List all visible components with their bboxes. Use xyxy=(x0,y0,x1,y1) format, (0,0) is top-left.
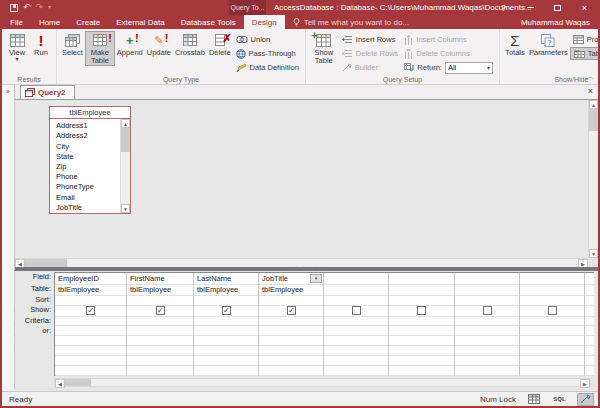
field-item[interactable]: Address1 xyxy=(56,121,120,131)
show-checkbox[interactable] xyxy=(86,306,95,315)
empty-cell[interactable] xyxy=(194,366,258,376)
field-cell-selected[interactable]: JobTitle ▾ xyxy=(259,273,323,285)
empty-cell[interactable] xyxy=(55,346,126,356)
scroll-up-icon[interactable]: ▲ xyxy=(121,119,130,128)
show-cell[interactable] xyxy=(55,306,126,317)
empty-cell[interactable] xyxy=(585,306,594,317)
field-cell[interactable] xyxy=(324,273,388,285)
field-cell[interactable] xyxy=(455,273,519,285)
empty-cell[interactable] xyxy=(520,336,584,346)
or-cell[interactable] xyxy=(520,326,584,336)
empty-cell[interactable] xyxy=(194,346,258,356)
empty-cell[interactable] xyxy=(324,356,388,366)
field-item[interactable]: Email xyxy=(56,193,120,203)
criteria-cell[interactable] xyxy=(389,317,454,327)
customize-qat-icon[interactable]: ▾ xyxy=(48,3,51,12)
table-cell[interactable] xyxy=(389,285,454,296)
sort-cell[interactable] xyxy=(520,296,584,306)
field-list-scrollbar[interactable]: ▲ ▼ xyxy=(120,119,130,213)
empty-cell[interactable] xyxy=(585,356,594,366)
show-cell[interactable] xyxy=(259,306,323,317)
field-item[interactable]: Address2 xyxy=(56,131,120,141)
criteria-cell[interactable] xyxy=(194,317,258,327)
empty-cell[interactable] xyxy=(585,346,594,356)
empty-cell[interactable] xyxy=(520,366,584,376)
empty-cell[interactable] xyxy=(585,336,594,346)
show-checkbox[interactable] xyxy=(352,306,361,315)
user-name[interactable]: Muhammad Waqas xyxy=(521,15,598,29)
parameters-button[interactable]: ? Parameters xyxy=(527,31,570,58)
insert-columns-button[interactable]: Insert Columns xyxy=(401,33,496,46)
or-cell[interactable] xyxy=(259,326,323,336)
empty-cell[interactable] xyxy=(389,346,454,356)
field-item[interactable]: Phone xyxy=(56,172,120,182)
empty-cell[interactable] xyxy=(55,366,126,376)
collapse-ribbon-icon[interactable]: ︿ xyxy=(587,72,594,82)
scroll-up-icon[interactable]: ▲ xyxy=(589,100,598,109)
criteria-cell[interactable] xyxy=(324,317,388,327)
append-button[interactable]: + ! Append xyxy=(115,31,145,58)
or-cell[interactable] xyxy=(55,326,126,336)
table-cell[interactable]: tblEmployee xyxy=(55,285,126,296)
empty-cell[interactable] xyxy=(389,356,454,366)
undo-icon[interactable]: ↶ xyxy=(23,3,31,12)
field-cell[interactable] xyxy=(389,273,454,285)
scroll-down-icon[interactable]: ▼ xyxy=(121,204,130,213)
sql-view-icon[interactable]: SQL xyxy=(551,393,568,406)
sort-cell[interactable] xyxy=(55,296,126,306)
tab-file[interactable]: File xyxy=(2,15,31,29)
criteria-cell[interactable] xyxy=(127,317,193,327)
empty-cell[interactable] xyxy=(324,346,388,356)
or-cell[interactable] xyxy=(389,326,454,336)
field-cell[interactable]: FirstName xyxy=(127,273,193,285)
navigation-pane-collapsed[interactable]: » Navigation Pane xyxy=(2,85,15,389)
minimize-icon[interactable] xyxy=(517,0,544,15)
show-cell[interactable] xyxy=(520,306,584,317)
empty-cell[interactable] xyxy=(585,326,594,336)
update-button[interactable]: ✎ ! Update xyxy=(145,31,173,58)
grid-hscrollbar[interactable]: ◀ ▶ xyxy=(54,378,591,387)
empty-cell[interactable] xyxy=(585,273,594,285)
tab-close-icon[interactable]: × xyxy=(588,86,593,96)
field-item[interactable]: Zip xyxy=(56,162,120,172)
delete-rows-button[interactable]: Delete Rows xyxy=(339,47,402,60)
criteria-cell[interactable] xyxy=(55,317,126,327)
empty-cell[interactable] xyxy=(520,356,584,366)
data-definition-button[interactable]: Data Definition xyxy=(233,61,302,74)
empty-cell[interactable] xyxy=(324,366,388,376)
empty-cell[interactable] xyxy=(259,356,323,366)
insert-rows-button[interactable]: Insert Rows xyxy=(339,33,402,46)
empty-cell[interactable] xyxy=(585,285,594,296)
show-cell[interactable] xyxy=(324,306,388,317)
empty-cell[interactable] xyxy=(324,336,388,346)
criteria-cell[interactable] xyxy=(259,317,323,327)
datasheet-view-icon[interactable] xyxy=(525,393,542,406)
field-cell[interactable] xyxy=(520,273,584,285)
field-list-title[interactable]: tblEmployee xyxy=(50,107,130,119)
empty-cell[interactable] xyxy=(55,336,126,346)
empty-cell[interactable] xyxy=(194,336,258,346)
empty-cell[interactable] xyxy=(127,336,193,346)
tab-external-data[interactable]: External Data xyxy=(108,15,172,29)
empty-cell[interactable] xyxy=(389,366,454,376)
delete-button[interactable]: ✗ Delete xyxy=(207,31,233,58)
view-button[interactable]: View ▾ xyxy=(5,31,29,63)
empty-cell[interactable] xyxy=(194,356,258,366)
empty-cell[interactable] xyxy=(455,356,519,366)
field-item[interactable]: City xyxy=(56,142,120,152)
empty-cell[interactable] xyxy=(55,356,126,366)
empty-cell[interactable] xyxy=(127,356,193,366)
empty-cell[interactable] xyxy=(455,366,519,376)
field-cell[interactable]: EmployeeID xyxy=(55,273,126,285)
table-cell[interactable]: tblEmployee xyxy=(127,285,193,296)
save-icon[interactable] xyxy=(10,4,18,12)
tab-design[interactable]: Design xyxy=(244,15,285,29)
delete-columns-button[interactable]: Delete Columns xyxy=(401,47,496,60)
show-checkbox[interactable] xyxy=(417,306,426,315)
empty-cell[interactable] xyxy=(585,317,594,327)
scroll-right-icon[interactable]: ▶ xyxy=(580,379,590,388)
empty-cell[interactable] xyxy=(585,366,594,376)
table-cell[interactable]: tblEmployee xyxy=(194,285,258,296)
table-cell[interactable] xyxy=(324,285,388,296)
sort-cell[interactable] xyxy=(259,296,323,306)
